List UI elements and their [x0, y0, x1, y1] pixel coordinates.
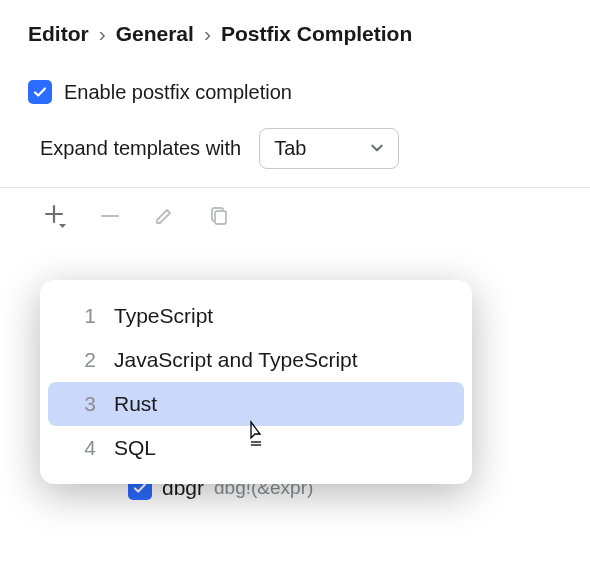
- popup-option-number: 1: [78, 304, 96, 328]
- enable-postfix-label: Enable postfix completion: [64, 81, 292, 104]
- remove-template-button[interactable]: [96, 202, 124, 230]
- check-icon: [32, 84, 48, 100]
- popup-option-rust[interactable]: 3 Rust: [48, 382, 464, 426]
- chevron-down-icon: [370, 137, 384, 160]
- expand-key-value: Tab: [274, 137, 306, 160]
- popup-option-number: 4: [78, 436, 96, 460]
- popup-option-label: SQL: [114, 436, 156, 460]
- popup-option-number: 2: [78, 348, 96, 372]
- edit-template-button[interactable]: [150, 202, 178, 230]
- popup-option-label: JavaScript and TypeScript: [114, 348, 358, 372]
- duplicate-template-button[interactable]: [204, 202, 232, 230]
- svg-rect-4: [215, 211, 226, 224]
- popup-option-js-ts[interactable]: 2 JavaScript and TypeScript: [48, 338, 464, 382]
- language-popup: 1 TypeScript 2 JavaScript and TypeScript…: [40, 280, 472, 484]
- popup-option-label: TypeScript: [114, 304, 213, 328]
- breadcrumb-editor[interactable]: Editor: [28, 22, 89, 46]
- add-template-button[interactable]: [42, 202, 70, 230]
- chevron-right-icon: ›: [204, 22, 211, 46]
- enable-postfix-checkbox[interactable]: [28, 80, 52, 104]
- popup-option-label: Rust: [114, 392, 157, 416]
- cursor-icon: [245, 420, 267, 446]
- breadcrumb: Editor › General › Postfix Completion: [0, 0, 590, 56]
- breadcrumb-postfix-completion[interactable]: Postfix Completion: [221, 22, 412, 46]
- expand-key-select[interactable]: Tab: [259, 128, 399, 169]
- popup-option-typescript[interactable]: 1 TypeScript: [48, 294, 464, 338]
- popup-option-number: 3: [78, 392, 96, 416]
- breadcrumb-general[interactable]: General: [116, 22, 194, 46]
- expand-templates-label: Expand templates with: [40, 137, 241, 160]
- chevron-right-icon: ›: [99, 22, 106, 46]
- templates-toolbar: [0, 187, 590, 240]
